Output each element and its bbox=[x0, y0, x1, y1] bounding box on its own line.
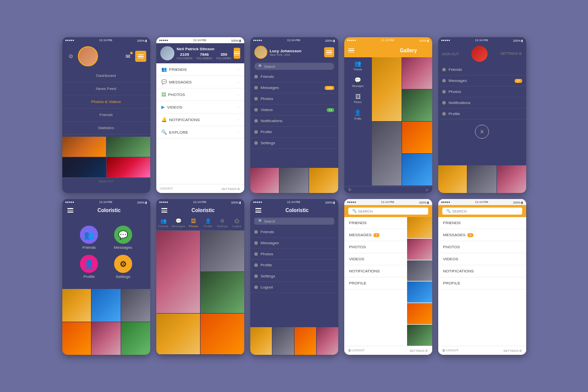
item-friends-3[interactable]: Friends bbox=[250, 71, 338, 82]
icon-settings-6[interactable]: ⚙ Settings bbox=[109, 255, 138, 279]
wl-videos-10[interactable]: VIDEOS bbox=[438, 253, 526, 265]
menu-explore-2[interactable]: 🔍 EXPLORE › bbox=[156, 126, 244, 139]
menu-icon-4[interactable] bbox=[348, 48, 354, 53]
settings-icon-1[interactable]: ⚙ bbox=[66, 52, 75, 61]
wl-photos-10[interactable]: PHOTOS bbox=[438, 241, 526, 253]
side-nav-4: 👥 Friends 💬 Messages 🖼 Photos 👤 Profile bbox=[344, 57, 372, 186]
wl-friends-10[interactable]: FRIENDS bbox=[438, 217, 526, 229]
header-7: Coloristic bbox=[156, 205, 244, 216]
item-messages-5[interactable]: Messages27 bbox=[438, 75, 526, 86]
search-box-10[interactable]: 🔍SEARCH bbox=[442, 208, 522, 215]
sp9-5 bbox=[407, 303, 432, 324]
item-profile-5[interactable]: Profile bbox=[438, 109, 526, 120]
menu-videos-2[interactable]: ▶ VIDEOS › bbox=[156, 101, 244, 114]
nav-messages-4[interactable]: 💬 Messages bbox=[344, 74, 372, 90]
icon-friends-6[interactable]: 👥 Friends bbox=[75, 226, 104, 250]
item-settings-3[interactable]: Settings bbox=[250, 138, 338, 149]
messages-icon-1[interactable]: ✉ bbox=[124, 52, 133, 61]
nav-friends[interactable]: Friends bbox=[62, 109, 150, 122]
tab-profile-7[interactable]: 👤 Profile bbox=[201, 216, 215, 230]
signal-2: ●●●●● bbox=[159, 39, 168, 42]
wm-profile-9[interactable]: PROFILE bbox=[344, 277, 407, 289]
search-box-9[interactable]: 🔍SEARCH bbox=[348, 208, 428, 215]
photo-4 bbox=[107, 157, 150, 177]
menu-icon-1[interactable] bbox=[135, 51, 146, 62]
nav-friends-4[interactable]: 👥 Friends bbox=[344, 57, 372, 74]
menu-friends-2[interactable]: 👥 FRIENDS › bbox=[156, 63, 244, 76]
nav-dashboard[interactable]: Dashboard bbox=[62, 69, 150, 82]
title-6: Coloristic bbox=[73, 208, 145, 213]
ps8-1 bbox=[250, 327, 272, 355]
item-messages-3[interactable]: Messages126 bbox=[250, 82, 338, 93]
header-8: Coloristic bbox=[250, 205, 338, 216]
search-input-8[interactable]: 🔍Search bbox=[254, 218, 334, 225]
battery-2: 100% ▮ bbox=[231, 39, 241, 42]
tab-logout-7[interactable]: ⏻ Logout bbox=[230, 216, 244, 230]
wm-friends-9[interactable]: FRIENDS bbox=[344, 217, 407, 229]
avatar-1: 👤 bbox=[78, 46, 98, 66]
settings-9[interactable]: SETTINGS ⚙ bbox=[410, 349, 428, 352]
item-notifications-3[interactable]: Notifications bbox=[250, 116, 338, 127]
profile-icon-6: 👤 bbox=[80, 255, 98, 273]
wm-videos-9[interactable]: VIDEOS bbox=[344, 253, 407, 265]
gallery-content: 👥 Friends 💬 Messages 🖼 Photos 👤 Profile bbox=[344, 57, 432, 186]
item-profile-3[interactable]: Profile bbox=[250, 127, 338, 138]
item-photos-5[interactable]: Photos bbox=[438, 86, 526, 97]
item-photos-8[interactable]: Photos bbox=[250, 249, 338, 260]
wm-notifications-9[interactable]: NOTIFICATIONS bbox=[344, 265, 407, 277]
settings-10[interactable]: SETTINGS ⚙ bbox=[504, 349, 522, 352]
menu-icon-2[interactable] bbox=[234, 48, 240, 59]
friends-icon-6: 👥 bbox=[80, 226, 98, 244]
item-friends-8[interactable]: Friends bbox=[250, 227, 338, 238]
gallery-grid-4 bbox=[372, 57, 432, 186]
item-profile-8[interactable]: Profile bbox=[250, 260, 338, 271]
settings-5[interactable]: SETTINGS ⚙ bbox=[501, 52, 522, 56]
nav-statistics[interactable]: Statistics bbox=[62, 122, 150, 135]
nav-photos-4[interactable]: 🖼 Photos bbox=[344, 90, 372, 107]
search-3[interactable]: 🔍Search bbox=[254, 63, 334, 70]
menu-messages-2[interactable]: 💬 MESSAGES › bbox=[156, 76, 244, 88]
battery-1: 100% ▮ bbox=[137, 39, 147, 42]
wm-messages-9[interactable]: MESSAGES 5 bbox=[344, 229, 407, 241]
settings-2[interactable]: SETTINGS ⚙ bbox=[222, 187, 240, 190]
logout-9[interactable]: ⏻ LOGOUT bbox=[348, 349, 365, 352]
wm-photos-9[interactable]: PHOTOS bbox=[344, 241, 407, 253]
phone-6-coloristic-icons: ●●●●● 11:14 PM 100% ▮ Coloristic 👥 Frien… bbox=[62, 199, 150, 355]
item-messages-8[interactable]: Messages bbox=[250, 238, 338, 249]
wl-notifications-10[interactable]: NOTIFICATIONS bbox=[438, 265, 526, 277]
icon-profile-6[interactable]: 👤 Profile bbox=[75, 255, 104, 279]
ps6-3 bbox=[121, 289, 150, 322]
hamburger-7[interactable] bbox=[161, 208, 167, 213]
item-photos-3[interactable]: Photos bbox=[250, 93, 338, 105]
item-notifications-5[interactable]: Notifications bbox=[438, 97, 526, 109]
phone-3-lucy: ●●●●● 11:14 PM 100% ▮ Lucy Johansson New… bbox=[250, 37, 338, 193]
nav-newsfeed[interactable]: News Feed bbox=[62, 82, 150, 95]
status-bar-1: ●●●●● 11:14 PM 100% ▮ bbox=[62, 37, 150, 43]
menu-photos-2[interactable]: 🖼 PHOTOS › bbox=[156, 88, 244, 101]
hamburger-8[interactable] bbox=[255, 208, 261, 213]
tab-friends-7[interactable]: 👥 Friends bbox=[156, 216, 171, 230]
footer-4: ⏻ ⚙ bbox=[344, 186, 432, 193]
nav-photos-videos[interactable]: Photos & Videos bbox=[62, 95, 150, 109]
sign-out-5[interactable]: SIGN OUT bbox=[442, 52, 459, 56]
sign-out-1[interactable]: SIGN OUT bbox=[62, 177, 150, 185]
wl-profile-10[interactable]: PROFILE bbox=[438, 277, 526, 289]
item-videos-3[interactable]: Videos43 bbox=[250, 105, 338, 116]
item-friends-5[interactable]: Friends bbox=[438, 64, 526, 75]
nav-profile-4[interactable]: 👤 Profile bbox=[344, 107, 372, 123]
logout-10[interactable]: ⏻ LOGOUT bbox=[442, 349, 459, 352]
icon-messages-6[interactable]: 💬 Messages bbox=[109, 226, 138, 250]
logout-2[interactable]: LOGOUT bbox=[160, 187, 173, 190]
tab-messages-7[interactable]: 💬 Messages bbox=[170, 216, 186, 230]
wl-messages-10[interactable]: MESSAGES 5 bbox=[438, 229, 526, 241]
tab-photos-7[interactable]: 🖼 Photos bbox=[186, 216, 201, 230]
menu-notifications-2[interactable]: 🔔 NOTIFICATIONS › bbox=[156, 114, 244, 126]
hamburger-6[interactable] bbox=[67, 208, 73, 213]
item-logout-8[interactable]: Logout bbox=[250, 282, 338, 293]
tab-settings-7[interactable]: ⚙ Settings bbox=[215, 216, 230, 230]
close-btn-5[interactable]: × bbox=[475, 125, 489, 139]
sp9-3 bbox=[407, 260, 432, 281]
pg7-2 bbox=[201, 231, 244, 271]
item-settings-8[interactable]: Settings bbox=[250, 271, 338, 282]
menu-icon-3[interactable] bbox=[324, 47, 334, 57]
